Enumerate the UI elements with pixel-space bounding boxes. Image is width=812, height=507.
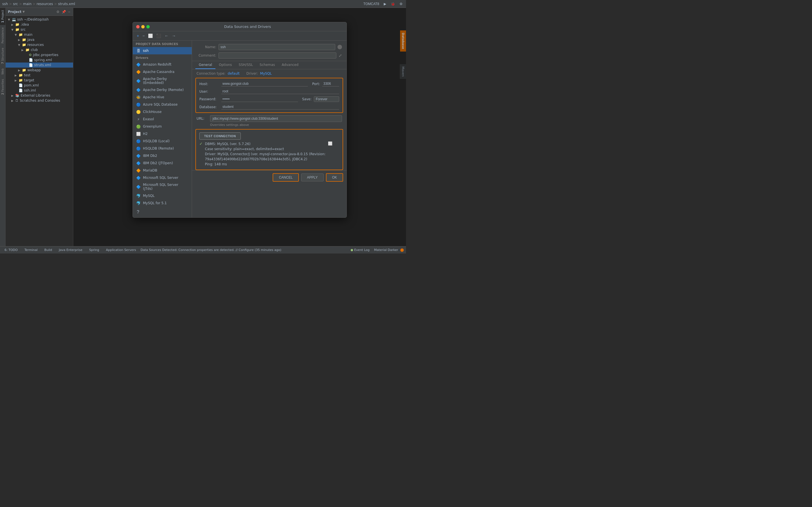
tree-test-label: test bbox=[24, 73, 31, 77]
tree-sshibml[interactable]: ▶ 📄 ssh.iml bbox=[6, 88, 73, 93]
tree-main-label: main bbox=[24, 33, 33, 37]
terminal-tab[interactable]: Terminal bbox=[22, 246, 40, 253]
save-select[interactable]: Forever Until restart Never bbox=[314, 96, 339, 102]
database-input[interactable] bbox=[221, 104, 339, 110]
run-config-btn[interactable]: TOMCAT8 bbox=[362, 1, 380, 6]
driver-amazon-redshift[interactable]: 🔷 Amazon Redshift bbox=[133, 61, 192, 68]
user-input[interactable] bbox=[221, 89, 339, 94]
tree-spring-xml[interactable]: ▶ 📄 spring.xml bbox=[6, 57, 73, 62]
tree-test[interactable]: ▶ 📁 test bbox=[6, 73, 73, 78]
copy-result-icon[interactable]: ⬜ bbox=[328, 142, 333, 146]
spring-tab[interactable]: Spring bbox=[87, 246, 101, 253]
tree-main[interactable]: ▼ 📁 main bbox=[6, 32, 73, 37]
sidebar-item-persistence[interactable]: Persistence bbox=[0, 25, 5, 46]
tree-java[interactable]: ▶ 📁 java bbox=[6, 37, 73, 42]
driver-greenplum[interactable]: 🟢 Greenplum bbox=[133, 123, 192, 130]
java-enterprise-tab[interactable]: Java Enterprise bbox=[57, 246, 85, 253]
tab-sshssl[interactable]: SSH/SSL bbox=[236, 61, 256, 69]
driver-ms-sql[interactable]: 🔷 Microsoft SQL Server bbox=[133, 174, 192, 181]
debug-btn[interactable]: 🐞 bbox=[390, 1, 396, 6]
password-input[interactable] bbox=[221, 97, 298, 102]
tree-idea[interactable]: ▶ 📁 .idea bbox=[6, 22, 73, 27]
conn-type-value[interactable]: default bbox=[228, 71, 240, 75]
driver-exasol[interactable]: ⚡ Exasol bbox=[133, 115, 192, 123]
tree-club[interactable]: ▶ 📁 club bbox=[6, 47, 73, 52]
tree-struts-xml[interactable]: ▶ 📄 struts.xml bbox=[6, 62, 73, 68]
driver-ms-sql-jtds[interactable]: 🔷 Microsoft SQL Server (jTds) bbox=[133, 181, 192, 192]
help-btn[interactable]: ? bbox=[136, 209, 140, 215]
tab-options[interactable]: Options bbox=[215, 61, 235, 69]
driver-apache-hive[interactable]: 🐝 Apache Hive bbox=[133, 94, 192, 101]
tree-src[interactable]: ▼ 📁 src bbox=[6, 27, 73, 32]
driver-azure-sql[interactable]: 🔵 Azure SQL Database bbox=[133, 101, 192, 108]
move-datasource-btn[interactable]: ⬛ bbox=[155, 33, 162, 39]
datasource-item-ssh[interactable]: 🗄 ssh bbox=[133, 47, 192, 54]
bc-src[interactable]: src bbox=[13, 2, 18, 6]
driver-mysql-51[interactable]: 🐬 MySQL for 5.1 bbox=[133, 200, 192, 207]
nav-back-btn[interactable]: ← bbox=[163, 33, 169, 39]
bc-file[interactable]: struts.xml bbox=[58, 2, 75, 6]
test-connection-btn[interactable]: TEST CONNECTION bbox=[199, 132, 241, 140]
driver-hsqldb-local[interactable]: 🔵 HSQLDB (Local) bbox=[133, 137, 192, 145]
ok-button[interactable]: OK bbox=[326, 173, 343, 182]
tab-general[interactable]: General bbox=[195, 61, 215, 69]
run-btn[interactable]: ▶ bbox=[383, 1, 388, 6]
driver-apache-derby-embedded[interactable]: 🔷 Apache Derby (Embedded) bbox=[133, 75, 192, 86]
app-servers-tab[interactable]: Application Servers bbox=[104, 246, 139, 253]
close-traffic-light[interactable] bbox=[136, 25, 140, 29]
name-input[interactable] bbox=[218, 44, 335, 50]
comment-input[interactable] bbox=[218, 52, 336, 59]
url-input[interactable] bbox=[210, 115, 342, 122]
driver-value[interactable]: MySQL bbox=[260, 71, 272, 75]
settings-btn[interactable]: ⚙ bbox=[398, 1, 404, 6]
tree-scratches[interactable]: ▶ 🗒 Scratches and Consoles bbox=[6, 98, 73, 103]
panel-pin-btn[interactable]: 📌 bbox=[61, 10, 66, 14]
driver-apache-cassandra[interactable]: 🔶 Apache Cassandra bbox=[133, 68, 192, 75]
tab-schemas[interactable]: Schemas bbox=[256, 61, 278, 69]
maximize-traffic-light[interactable] bbox=[146, 25, 150, 29]
build-tab[interactable]: Build bbox=[42, 246, 54, 253]
tree-pom[interactable]: ▶ 📄 pom.xml bbox=[6, 83, 73, 88]
case-sensitivity-line: Case sensitivity: plain=exact, delimited… bbox=[205, 147, 326, 152]
driver-ibm-db2-jtopen[interactable]: 🔷 IBM Db2 (JTOpen) bbox=[133, 159, 192, 167]
driver-apache-derby-remote[interactable]: 🔷 Apache Derby (Remote) bbox=[133, 86, 192, 94]
copy-datasource-btn[interactable]: ⬜ bbox=[147, 33, 154, 39]
minimize-traffic-light[interactable] bbox=[141, 25, 145, 29]
tree-root[interactable]: ▼ 💻 ssh ~/Desktop/ssh bbox=[6, 17, 73, 22]
driver-label: MySQL bbox=[143, 194, 154, 198]
apply-button[interactable]: APPLY bbox=[301, 173, 324, 181]
event-log-tab[interactable]: Event Log bbox=[349, 248, 372, 252]
cancel-button[interactable]: CANCEL bbox=[273, 173, 299, 182]
side-label-web: Web bbox=[1, 68, 4, 75]
driver-clickhouse[interactable]: 🟡 ClickHouse bbox=[133, 108, 192, 115]
tab-advanced[interactable]: Advanced bbox=[278, 61, 302, 69]
driver-hsqldb-remote[interactable]: 🔵 HSQLDB (Remote) bbox=[133, 145, 192, 152]
expand-comment-btn[interactable]: ⤢ bbox=[339, 53, 342, 58]
sidebar-item-project[interactable]: 1 Project bbox=[0, 8, 5, 25]
tree-extlibs[interactable]: ▶ 📚 External Libraries bbox=[6, 93, 73, 98]
host-input[interactable] bbox=[221, 81, 308, 87]
bc-ssh[interactable]: ssh bbox=[2, 2, 8, 6]
panel-gear-btn[interactable]: ⚙ bbox=[56, 10, 60, 14]
sidebar-item-structure[interactable]: 7 Structure bbox=[0, 46, 5, 66]
sidebar-item-web[interactable]: Web bbox=[0, 66, 5, 77]
todo-tab[interactable]: 6: TODO bbox=[2, 246, 20, 253]
nav-forward-btn[interactable]: → bbox=[170, 33, 177, 39]
sidebar-item-favorites[interactable]: 2 Favorites bbox=[0, 77, 5, 97]
tree-target[interactable]: ▶ 📁 target bbox=[6, 78, 73, 83]
bc-main[interactable]: main bbox=[23, 2, 32, 6]
bc-resources[interactable]: resources bbox=[37, 2, 53, 6]
tree-jdbc-props[interactable]: ▶ ⚙ jdbc.properties bbox=[6, 52, 73, 57]
tree-webapp[interactable]: ▶ 📁 webapp bbox=[6, 68, 73, 73]
theme-dot[interactable] bbox=[400, 248, 404, 252]
database-row: Database: bbox=[199, 104, 339, 110]
tree-resources[interactable]: ▼ 📁 resources bbox=[6, 42, 73, 47]
port-input[interactable] bbox=[322, 81, 339, 87]
panel-close-btn[interactable]: – bbox=[68, 10, 71, 14]
driver-h2[interactable]: ⬜ H2 bbox=[133, 130, 192, 137]
remove-datasource-btn[interactable]: − bbox=[141, 33, 146, 39]
driver-mariadb[interactable]: 🔶 MariaDB bbox=[133, 167, 192, 174]
driver-ibm-db2[interactable]: 🔷 IBM Db2 bbox=[133, 152, 192, 159]
add-datasource-btn[interactable]: + bbox=[136, 33, 140, 39]
driver-mysql[interactable]: 🐬 MySQL bbox=[133, 192, 192, 200]
